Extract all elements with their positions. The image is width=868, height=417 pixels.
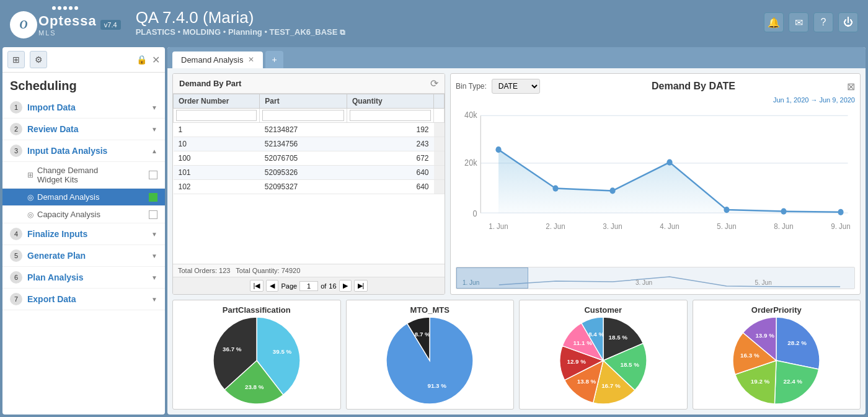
pie-label: 11.1 %: [573, 339, 592, 346]
filter-order-input[interactable]: [176, 110, 257, 121]
main-layout: ⊞ ⚙ 🔒 ✕ Scheduling 1 Import Data ▼ 2 Rev…: [0, 45, 868, 417]
grid-view-button[interactable]: ⊞: [7, 51, 25, 68]
pie-svg-orderpriority: 28.2 %22.4 %19.2 %16.3 %13.9 %: [733, 317, 820, 404]
pie-panel-customer: Customer 18.5 %18.5 %16.7 %13.8 %12.9 %1…: [519, 300, 688, 410]
filter-qty-input[interactable]: [350, 110, 431, 121]
tab-demand-analysis[interactable]: Demand Analysis ✕: [172, 52, 263, 68]
tab-demand-analysis-label: Demand Analysis: [181, 55, 243, 65]
svg-point-18: [724, 207, 729, 213]
table-row: 10252095327640: [174, 180, 445, 194]
pie-title-orderpriority: OrderPriority: [751, 305, 802, 315]
step-num-2: 2: [10, 123, 22, 135]
pie-label: 39.5 %: [273, 348, 292, 355]
bin-type-label: Bin Type:: [456, 82, 487, 91]
sidebar-close-icon[interactable]: ✕: [152, 54, 160, 66]
tab-add-button[interactable]: +: [265, 51, 283, 68]
pie-title-partclassification: PartClassification: [223, 305, 291, 315]
table-row: 10152095326640: [174, 166, 445, 180]
table-row: 10052076705672: [174, 151, 445, 166]
question-icon[interactable]: ?: [813, 12, 833, 32]
sidebar-toolbar: ⊞ ⚙ 🔒 ✕: [2, 47, 165, 73]
plan-analysis-arrow: ▼: [151, 274, 157, 281]
demand-analysis-label: Demand Analysis: [37, 192, 99, 202]
last-page-button[interactable]: ▶|: [354, 280, 368, 292]
review-data-arrow: ▼: [151, 126, 157, 133]
svg-marker-13: [498, 150, 841, 213]
page-input[interactable]: [299, 281, 318, 291]
pie-title-customer: Customer: [584, 305, 622, 315]
sidebar-sub-item-demand-analysis[interactable]: ◎ Demand Analysis: [2, 189, 165, 206]
svg-text:4. Jun: 4. Jun: [660, 222, 679, 231]
pie-label: 13.8 %: [577, 378, 596, 385]
bin-type-select[interactable]: DATE WEEK MONTH: [492, 79, 540, 94]
pie-label: 16.3 %: [740, 352, 760, 359]
pie-label: 16.7 %: [601, 382, 621, 389]
demand-table: Order Number Part Quantity: [173, 94, 445, 194]
pie-label: 36.7 %: [223, 346, 242, 352]
input-data-analysis-label: Input Data Analysis: [27, 146, 151, 156]
svg-point-15: [552, 186, 558, 192]
step-num-5: 5: [10, 249, 22, 262]
sidebar-item-export-data[interactable]: 7 Export Data ▼: [2, 289, 165, 310]
next-page-button[interactable]: ▶: [339, 280, 352, 292]
logo-area: O Optessa MLS v7.4: [10, 6, 121, 38]
settings-button[interactable]: ⚙: [30, 51, 47, 68]
sidebar-item-plan-analysis[interactable]: 6 Plan Analysis ▼: [2, 267, 165, 289]
svg-point-14: [495, 146, 501, 153]
pie-charts-row: PartClassification 39.5 %23.8 %36.7 % MT…: [172, 300, 861, 410]
capacity-analysis-check: [149, 210, 157, 219]
version-badge: v7.4: [100, 20, 121, 30]
prev-page-button[interactable]: ◀: [266, 280, 278, 292]
svg-text:40k: 40k: [464, 110, 477, 120]
line-chart-svg: 40k 20k 0 1. Jun 2. Jun 3. Jun 4. Jun 5.…: [456, 106, 855, 264]
finalize-inputs-arrow: ▼: [151, 231, 157, 238]
import-data-label: Import Data: [27, 102, 151, 112]
generate-plan-arrow: ▼: [151, 253, 157, 259]
tab-close-icon[interactable]: ✕: [248, 55, 254, 64]
step-num-4: 4: [10, 228, 22, 240]
sidebar-sub-item-capacity-analysis[interactable]: ◎ Capacity Analysis: [2, 206, 165, 223]
mail-icon[interactable]: ✉: [789, 12, 808, 32]
sidebar-item-review-data[interactable]: 2 Review Data ▼: [2, 119, 165, 140]
filter-part-input[interactable]: [262, 110, 344, 121]
plan-analysis-label: Plan Analysis: [27, 272, 151, 282]
pie-label: 12.9 %: [567, 358, 586, 365]
export-data-label: Export Data: [27, 294, 151, 304]
bell-icon[interactable]: 🔔: [764, 12, 784, 32]
pie-label: 23.8 %: [245, 383, 264, 390]
pagination: |◀ ◀ Page of 16 ▶ ▶|: [173, 277, 445, 294]
sidebar-item-generate-plan[interactable]: 5 Generate Plan ▼: [2, 245, 165, 267]
input-data-analysis-arrow: ▲: [151, 148, 157, 155]
svg-point-20: [838, 209, 843, 215]
capacity-analysis-icon: ◎: [27, 210, 33, 219]
of-label: of: [321, 282, 326, 290]
sidebar-item-input-data-analysis[interactable]: 3 Input Data Analysis ▲: [2, 140, 165, 162]
pie-svg-partclassification: 39.5 %23.8 %36.7 %: [213, 317, 300, 404]
step-num-7: 7: [10, 293, 22, 305]
sidebar-item-finalize-inputs[interactable]: 4 Finalize Inputs ▼: [2, 223, 165, 245]
refresh-icon[interactable]: ⟳: [430, 78, 438, 89]
header: O Optessa MLS v7.4 QA 7.4.0 (Maria) PLAS…: [0, 0, 868, 45]
pie-panel-partclassification: PartClassification 39.5 %23.8 %36.7 %: [172, 300, 341, 410]
pie-panel-mto-mts: MTO_MTS 91.3 %8.7 %: [346, 300, 515, 410]
sidebar-item-import-data[interactable]: 1 Import Data ▼: [2, 97, 165, 119]
content-area: Demand Analysis ✕ + Demand By Part ⟳ Ord…: [167, 47, 866, 415]
chart-mini-navigator[interactable]: 1. Jun 3. Jun 5. Jun: [456, 267, 855, 289]
chart-export-icon[interactable]: ⊠: [847, 81, 855, 92]
sidebar-sub-item-change-demand[interactable]: ⊞ Change DemandWidget Kits: [2, 162, 165, 189]
demand-analysis-icon: ◎: [27, 193, 33, 202]
sidebar-title: Scheduling: [2, 73, 165, 97]
sidebar: ⊞ ⚙ 🔒 ✕ Scheduling 1 Import Data ▼ 2 Rev…: [2, 47, 165, 415]
chart-title: Demand By DATE: [545, 81, 842, 92]
first-page-button[interactable]: |◀: [250, 280, 264, 292]
power-icon[interactable]: ⏻: [838, 12, 858, 32]
demand-table-panel: Demand By Part ⟳ Order Number Part Quant…: [172, 73, 445, 295]
pie-panel-orderpriority: OrderPriority 28.2 %22.4 %19.2 %16.3 %13…: [693, 300, 861, 410]
svg-point-17: [666, 159, 672, 165]
logo-icon: O: [10, 11, 37, 38]
table-row: 1052134756243: [174, 137, 445, 151]
svg-text:3. Jun: 3. Jun: [603, 222, 622, 231]
pie-label: 18.5 %: [620, 361, 639, 368]
svg-text:9. Jun: 9. Jun: [831, 222, 850, 231]
pie-title-mto-mts: MTO_MTS: [410, 305, 450, 315]
